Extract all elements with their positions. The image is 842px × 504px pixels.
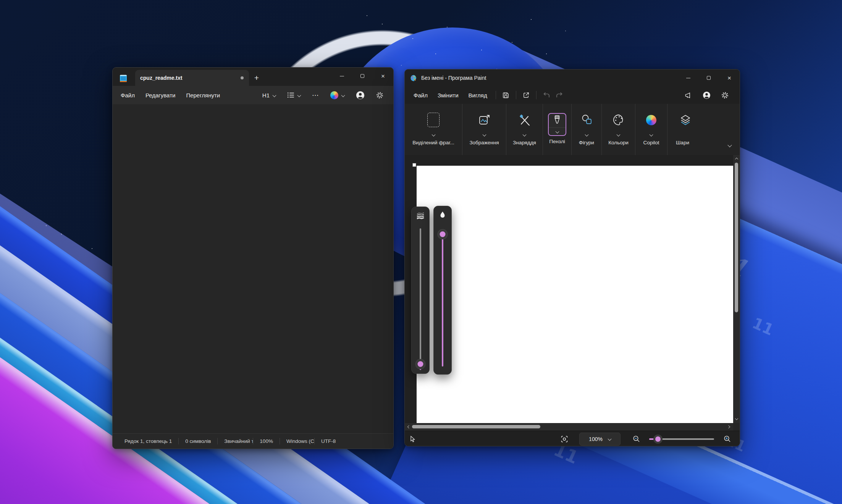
settings-gear-icon: [721, 92, 729, 99]
account-button[interactable]: [700, 89, 713, 101]
tool-group-label: Пензлі: [549, 139, 565, 144]
menu-divider: [536, 91, 537, 99]
status-cursor-position: Рядок 1, стовпець 1: [113, 438, 178, 444]
scroll-right-icon: [727, 425, 730, 428]
tool-group-image[interactable]: Зображення: [462, 104, 506, 155]
zoom-slider-thumb[interactable]: [655, 436, 661, 442]
vertical-scrollbar-thumb[interactable]: [735, 163, 738, 312]
maximize-icon: [707, 76, 711, 80]
copilot-icon: [646, 115, 656, 125]
notepad-close-button[interactable]: ×: [373, 68, 393, 84]
notepad-menu-file[interactable]: Файл: [116, 89, 140, 101]
tool-group-brushes-selected[interactable]: Пензлі: [543, 104, 572, 155]
size-slider-thumb[interactable]: [418, 361, 423, 367]
settings-button[interactable]: [718, 89, 731, 101]
canvas-resize-handle[interactable]: [412, 163, 416, 167]
cursor-pointer-icon: [409, 435, 416, 443]
ribbon-collapse-button[interactable]: [728, 141, 731, 148]
tool-group-shapes[interactable]: Фігури: [572, 104, 602, 155]
chevron-down-icon: [650, 132, 653, 136]
wallpaper-11-numeral: 11: [750, 314, 776, 339]
notepad-minimize-button[interactable]: [331, 68, 352, 84]
paint-menu-bar: Файл Змінити Вигляд: [405, 86, 740, 104]
tool-group-tools[interactable]: Знаряддя: [506, 104, 543, 155]
status-line-endings: Windows (CRL: [280, 438, 314, 444]
opacity-slider-thumb[interactable]: [440, 231, 446, 237]
heading-label: H1: [262, 92, 270, 99]
chevron-down-icon: [608, 437, 611, 441]
save-button[interactable]: [499, 89, 512, 101]
tool-group-copilot[interactable]: Copilot: [635, 104, 667, 155]
horizontal-scrollbar[interactable]: [405, 423, 733, 431]
paint-maximize-button[interactable]: [698, 69, 719, 86]
status-zoom-level[interactable]: 100%: [253, 438, 280, 444]
size-slider-track[interactable]: [420, 228, 421, 363]
tool-group-label: Знаряддя: [513, 140, 536, 145]
chevron-down-icon: [341, 93, 345, 97]
zoom-out-icon: [632, 435, 640, 443]
notepad-text-area[interactable]: [113, 104, 393, 433]
new-tab-button[interactable]: +: [249, 70, 264, 86]
water-drop-icon: [439, 211, 446, 219]
paint-window-title: Без імені - Програма Paint: [421, 75, 486, 81]
chevron-down-icon: [585, 132, 588, 136]
notepad-titlebar: cpuz_readme.txt + ×: [113, 68, 393, 86]
zoom-level-dropdown[interactable]: 100%: [579, 433, 621, 446]
undo-button[interactable]: [540, 89, 553, 101]
settings-gear-icon[interactable]: [376, 92, 383, 99]
vertical-scrollbar[interactable]: [733, 155, 740, 423]
feedback-button[interactable]: [682, 89, 695, 101]
notepad-window: cpuz_readme.txt + × Файл Редагувати Пере…: [112, 67, 394, 449]
tool-group-label: Виділений фраг...: [412, 140, 454, 145]
account-avatar-icon: [703, 91, 711, 99]
brush-tool-icon: [554, 115, 561, 126]
paint-status-bar: 100%: [405, 431, 740, 446]
save-floppy-icon: [502, 92, 509, 99]
notepad-maximize-button[interactable]: [352, 68, 373, 84]
notepad-status-bar: Рядок 1, стовпець 1 0 символів Звичайний…: [113, 433, 393, 449]
paint-menu-view[interactable]: Вигляд: [464, 89, 492, 101]
brushes-split-button[interactable]: [548, 113, 566, 136]
more-options-button[interactable]: ⋯: [312, 91, 319, 99]
heading-style-dropdown[interactable]: H1: [262, 92, 276, 99]
horizontal-scrollbar-thumb[interactable]: [412, 425, 540, 428]
redo-button[interactable]: [553, 89, 566, 101]
paint-window: Без імені - Програма Paint × Файл Змінит…: [404, 69, 740, 446]
paint-menu-edit[interactable]: Змінити: [433, 89, 464, 101]
notepad-tab-cpuz-readme[interactable]: cpuz_readme.txt: [135, 70, 249, 86]
paint-menu-file[interactable]: Файл: [409, 89, 433, 101]
zoom-slider[interactable]: [649, 436, 714, 442]
account-avatar[interactable]: [356, 91, 365, 100]
drawing-canvas[interactable]: [417, 166, 733, 423]
wallpaper-stars: [46, 225, 47, 226]
notepad-menu-edit[interactable]: Редагувати: [141, 89, 181, 101]
zoom-out-button[interactable]: [630, 433, 643, 445]
wallpaper-stars: [367, 15, 367, 16]
chevron-down-icon: [523, 132, 527, 136]
chevron-down-icon: [727, 143, 732, 147]
list-format-dropdown[interactable]: [287, 92, 301, 98]
tool-group-label: Фігури: [579, 140, 594, 145]
paint-app-icon: [410, 74, 417, 82]
close-icon: ×: [727, 75, 731, 81]
zoom-in-button[interactable]: [721, 433, 734, 445]
paint-minimize-button[interactable]: [678, 69, 698, 86]
chevron-down-icon: [273, 93, 276, 97]
tool-group-colors[interactable]: Кольори: [602, 104, 635, 155]
paint-toolbar-ribbon: Виділений фраг... Зображення: [405, 104, 740, 155]
menu-divider: [496, 91, 496, 99]
notepad-format-toolbar: H1 ⋯: [262, 91, 383, 100]
paint-titlebar-actions: [682, 89, 731, 101]
fit-to-screen-icon: [561, 435, 568, 443]
copilot-dropdown[interactable]: [330, 91, 344, 99]
paint-close-button[interactable]: ×: [719, 69, 740, 86]
share-button[interactable]: [520, 89, 533, 101]
opacity-slider-track[interactable]: [442, 230, 443, 367]
tool-group-label: Copilot: [643, 140, 659, 145]
notepad-menu-view[interactable]: Переглянути: [181, 89, 225, 101]
tool-group-selection[interactable]: Виділений фраг...: [405, 104, 462, 155]
fit-to-screen-button[interactable]: [558, 433, 571, 445]
tool-group-label: Кольори: [608, 140, 629, 145]
megaphone-icon: [684, 92, 692, 99]
redo-icon: [556, 92, 563, 99]
